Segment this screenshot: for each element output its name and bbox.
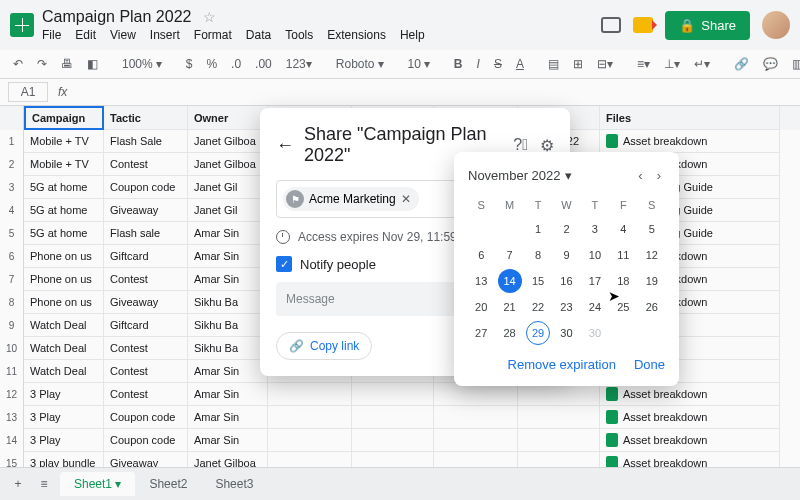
calendar-dow: F	[610, 195, 636, 215]
calendar-day[interactable]: 22	[526, 295, 550, 319]
calendar-day[interactable]: 20	[469, 295, 493, 319]
done-button[interactable]: Done	[634, 357, 665, 372]
calendar-day[interactable]: 24	[583, 295, 607, 319]
calendar-day[interactable]: 19	[640, 269, 664, 293]
back-arrow-icon[interactable]: ←	[276, 135, 294, 156]
calendar-day[interactable]: 6	[469, 243, 493, 267]
calendar-day[interactable]: 17	[583, 269, 607, 293]
next-month-button[interactable]: ›	[653, 166, 665, 185]
calendar-day[interactable]: 5	[640, 217, 664, 241]
calendar-day[interactable]: 9	[554, 243, 578, 267]
calendar-day[interactable]: 18	[611, 269, 635, 293]
calendar-day[interactable]: 16	[554, 269, 578, 293]
calendar-day[interactable]: 1	[526, 217, 550, 241]
calendar-day[interactable]: 29	[526, 321, 550, 345]
calendar-day-next-month[interactable]: 30	[583, 321, 607, 345]
calendar-day[interactable]: 11	[611, 243, 635, 267]
copy-link-button[interactable]: 🔗 Copy link	[276, 332, 372, 360]
calendar-day[interactable]: 14	[498, 269, 522, 293]
calendar-day[interactable]: 12	[640, 243, 664, 267]
clock-icon	[276, 230, 290, 244]
recipient-chip[interactable]: ⚑ Acme Marketing ✕	[283, 187, 419, 211]
calendar-dow: M	[496, 195, 522, 215]
remove-expiration-button[interactable]: Remove expiration	[508, 357, 616, 372]
calendar-dow: S	[468, 195, 494, 215]
calendar-day[interactable]: 7	[498, 243, 522, 267]
checkbox-checked-icon[interactable]: ✓	[276, 256, 292, 272]
link-icon: 🔗	[289, 339, 304, 353]
calendar-day[interactable]: 23	[554, 295, 578, 319]
prev-month-button[interactable]: ‹	[634, 166, 646, 185]
month-select[interactable]: November 2022 ▾	[468, 168, 572, 183]
calendar-day[interactable]: 2	[554, 217, 578, 241]
calendar-day[interactable]: 4	[611, 217, 635, 241]
calendar-day[interactable]: 21	[498, 295, 522, 319]
calendar-day[interactable]: 26	[640, 295, 664, 319]
calendar-dow: S	[639, 195, 665, 215]
calendar-day[interactable]: 15	[526, 269, 550, 293]
calendar-day[interactable]: 13	[469, 269, 493, 293]
calendar-day[interactable]: 27	[469, 321, 493, 345]
calendar-day[interactable]: 10	[583, 243, 607, 267]
calendar-day[interactable]: 3	[583, 217, 607, 241]
calendar-dow: W	[553, 195, 579, 215]
calendar-dow: T	[525, 195, 551, 215]
date-picker: November 2022 ▾ ‹ › SMTWTFS1234567891011…	[454, 152, 679, 386]
calendar-day[interactable]: 28	[498, 321, 522, 345]
calendar-day[interactable]: 30	[554, 321, 578, 345]
group-icon: ⚑	[286, 190, 304, 208]
calendar-day[interactable]: 8	[526, 243, 550, 267]
calendar-day[interactable]: 25	[611, 295, 635, 319]
calendar-dow: T	[582, 195, 608, 215]
remove-chip-icon[interactable]: ✕	[401, 192, 411, 206]
